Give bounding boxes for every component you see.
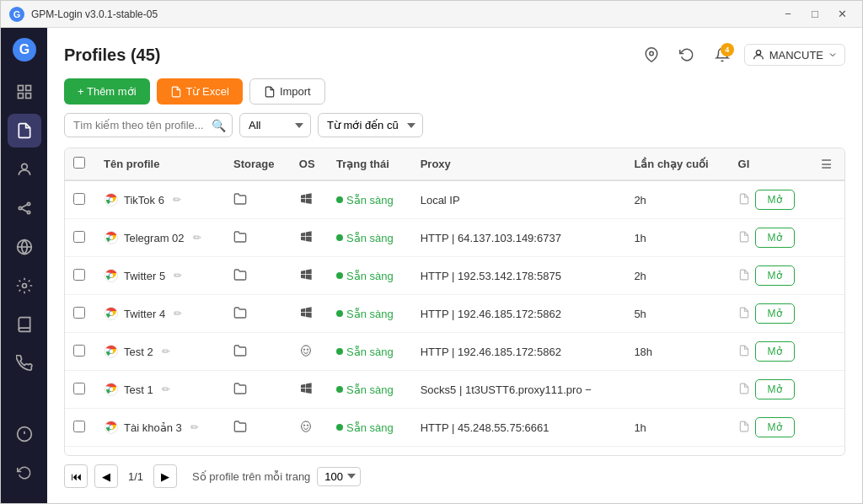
svg-rect-2 <box>18 86 23 91</box>
select-all-checkbox[interactable] <box>73 157 85 169</box>
close-button[interactable]: ✕ <box>830 6 854 23</box>
edit-icon[interactable]: ✏ <box>174 308 182 319</box>
sidebar-item-profiles[interactable] <box>8 114 41 147</box>
header-actions: 4 MANCUTE <box>638 41 845 68</box>
open-profile-button[interactable]: Mở <box>755 379 795 399</box>
row-checkbox-4[interactable] <box>73 345 85 357</box>
cell-status: Sẵn sàng <box>328 371 412 409</box>
cell-gi: Mở <box>730 295 813 333</box>
filter-select[interactable]: All Active Inactive <box>239 113 311 137</box>
profile-name: Tài khoản 3 <box>124 421 182 434</box>
open-profile-button[interactable]: Mở <box>755 303 795 324</box>
os-icon <box>299 271 313 284</box>
row-checkbox-3[interactable] <box>73 307 85 319</box>
minimize-button[interactable]: − <box>776 6 800 23</box>
search-input[interactable] <box>64 113 233 137</box>
row-checkbox-0[interactable] <box>73 193 85 205</box>
svg-point-18 <box>649 51 653 56</box>
notification-button[interactable]: 4 <box>709 41 736 68</box>
table-body: TikTok 6 ✏ Sẵn sàng Local IP 2h <box>65 180 844 447</box>
gi-icon[interactable] <box>738 307 750 321</box>
open-profile-button[interactable]: Mở <box>755 265 795 286</box>
open-profile-button[interactable]: Mở <box>755 190 795 210</box>
svg-point-21 <box>110 198 114 202</box>
th-gi: GI <box>730 148 813 180</box>
edit-icon[interactable]: ✏ <box>190 421 199 433</box>
content-area: Profiles (45) 4 MANCUTE <box>47 28 862 503</box>
svg-point-30 <box>303 349 304 350</box>
cell-actions <box>812 371 844 409</box>
storage-icon <box>233 195 247 208</box>
next-page-button[interactable]: ▶ <box>153 464 177 488</box>
app-logo: G <box>9 7 24 22</box>
row-checkbox-5[interactable] <box>73 383 85 394</box>
per-page-select[interactable]: 50 100 200 <box>317 467 361 486</box>
user-label: MANCUTE <box>769 49 823 62</box>
status-badge: Sẵn sàng <box>336 232 404 244</box>
open-profile-button[interactable]: Mở <box>755 417 795 437</box>
search-icon: 🔍 <box>212 119 226 132</box>
cell-last-run: 2h <box>625 180 729 219</box>
sidebar-item-accounts[interactable] <box>8 153 41 186</box>
cell-actions <box>812 409 844 447</box>
edit-icon[interactable]: ✏ <box>193 232 201 244</box>
user-menu[interactable]: MANCUTE <box>744 44 845 66</box>
cell-os <box>291 295 328 333</box>
search-input-wrap: 🔍 <box>64 113 233 137</box>
add-new-button[interactable]: + Thêm mới <box>64 78 150 105</box>
gi-icon[interactable] <box>738 383 750 397</box>
cell-proxy: Socks5 | 1t3USTT6.proxy111.pro − <box>412 371 626 409</box>
cell-name: TikTok 6 ✏ <box>95 180 225 219</box>
gi-icon[interactable] <box>738 421 750 435</box>
table-row: Twitter 4 ✏ Sẵn sàng HTTP | 192.46.185.1… <box>65 295 844 333</box>
excel-button[interactable]: Từ Excel <box>157 78 243 105</box>
table-row: Twitter 5 ✏ Sẵn sàng HTTP | 192.53.142.1… <box>65 257 844 295</box>
gi-icon[interactable] <box>738 345 750 359</box>
profiles-table: Tên profile Storage OS Trạng thái Proxy … <box>65 148 844 447</box>
open-profile-button[interactable]: Mở <box>755 228 795 248</box>
cell-checkbox <box>65 371 95 409</box>
svg-point-33 <box>110 388 114 392</box>
first-page-button[interactable]: ⏮ <box>64 464 88 488</box>
svg-point-14 <box>22 284 26 288</box>
gi-icon[interactable] <box>738 193 750 207</box>
gi-icon[interactable] <box>738 269 750 283</box>
maximize-button[interactable]: □ <box>803 6 827 23</box>
row-checkbox-1[interactable] <box>73 231 85 243</box>
page-title: Profiles (45) <box>64 46 160 65</box>
refresh-icon-button[interactable] <box>673 41 700 68</box>
row-checkbox-6[interactable] <box>73 421 85 432</box>
sidebar-item-info[interactable] <box>8 417 41 451</box>
svg-rect-5 <box>25 94 30 99</box>
edit-icon[interactable]: ✏ <box>173 194 181 206</box>
sidebar-logo: G <box>9 35 40 65</box>
sort-select[interactable]: Từ mới đến cũ Từ cũ đến mới <box>318 113 423 137</box>
sidebar-item-book[interactable] <box>8 308 41 341</box>
status-badge: Sẵn sàng <box>336 194 404 206</box>
cell-proxy: HTTP | 192.53.142.178:5875 <box>412 257 626 295</box>
import-button[interactable]: Import <box>249 78 325 105</box>
cell-os <box>291 180 328 219</box>
open-profile-button[interactable]: Mở <box>755 341 795 362</box>
storage-icon <box>233 271 247 284</box>
sidebar-item-settings[interactable] <box>8 269 41 303</box>
status-badge: Sẵn sàng <box>336 383 404 396</box>
row-checkbox-2[interactable] <box>73 269 85 281</box>
prev-page-button[interactable]: ◀ <box>94 464 118 488</box>
sidebar-item-update[interactable] <box>8 456 41 490</box>
edit-icon[interactable]: ✏ <box>174 270 182 281</box>
sidebar-item-browser[interactable] <box>8 230 41 264</box>
cell-checkbox <box>65 409 95 447</box>
sidebar-item-phone[interactable] <box>8 346 41 380</box>
svg-point-35 <box>110 426 114 430</box>
sidebar-item-dashboard[interactable] <box>8 75 41 109</box>
cell-gi: Mở <box>730 409 813 447</box>
location-icon-button[interactable] <box>638 41 665 68</box>
edit-icon[interactable]: ✏ <box>162 383 170 395</box>
sidebar-item-connections[interactable] <box>8 191 41 225</box>
cell-checkbox <box>65 333 95 371</box>
cell-last-run: 18h <box>625 333 729 371</box>
gi-icon[interactable] <box>738 231 750 245</box>
edit-icon[interactable]: ✏ <box>162 346 170 357</box>
column-menu-icon[interactable]: ☰ <box>821 158 832 171</box>
